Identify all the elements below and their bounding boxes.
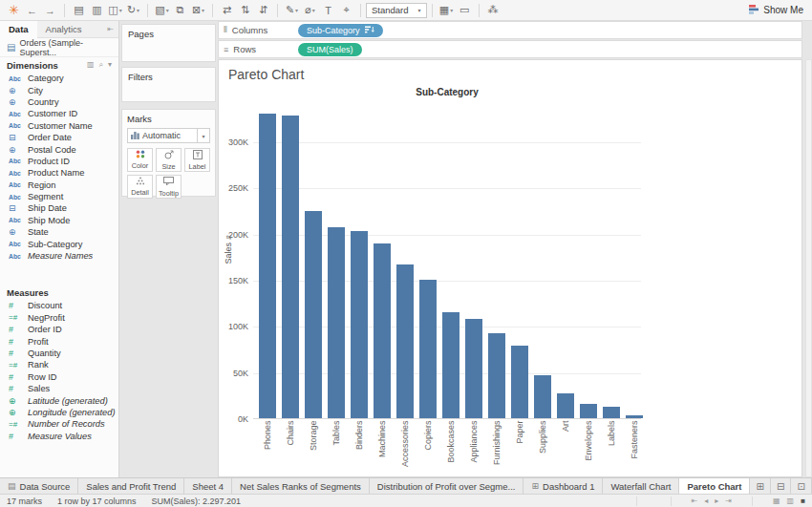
- sheet-tab-dashboard-1[interactable]: ⊞Dashboard 1: [524, 478, 603, 494]
- x-axis-label-accessories[interactable]: Accessories: [400, 421, 411, 478]
- bar-binders[interactable]: [351, 231, 368, 418]
- field-rank[interactable]: =#Rank: [0, 359, 118, 370]
- field-region[interactable]: AbcRegion: [0, 180, 118, 191]
- bar-copiers[interactable]: [419, 280, 437, 418]
- collapse-pane-icon[interactable]: ⇤: [102, 25, 118, 33]
- field-customer-name[interactable]: AbcCustomer Name: [0, 120, 118, 132]
- field-postal-code[interactable]: ⊕Postal Code: [0, 143, 118, 155]
- sheet-tab-pareto-chart[interactable]: Pareto Chart: [679, 478, 750, 494]
- bar-fasteners[interactable]: [626, 415, 643, 418]
- format-annotations-button[interactable]: ⌀▾: [302, 2, 318, 19]
- bar-supplies[interactable]: [534, 375, 551, 418]
- field-measure-values[interactable]: #Measure Values: [0, 431, 118, 442]
- bar-furnishings[interactable]: [488, 333, 505, 418]
- bar-machines[interactable]: [374, 243, 391, 418]
- field-ship-date[interactable]: ⊟Ship Date: [0, 202, 118, 214]
- next-sheet-icon[interactable]: ▸: [715, 496, 718, 505]
- pause-auto-updates-button[interactable]: ◫▾: [107, 2, 123, 19]
- x-axis-label-labels[interactable]: Labels: [607, 421, 617, 478]
- last-sheet-icon[interactable]: ⇥: [725, 496, 732, 505]
- save-button[interactable]: ▤: [71, 2, 87, 19]
- field-order-date[interactable]: ⊟Order Date: [0, 132, 118, 143]
- column-field-header[interactable]: Sub-Category: [253, 87, 641, 97]
- rows-shelf[interactable]: ≡ Rows SUM(Sales): [218, 40, 802, 58]
- tooltip-button[interactable]: Tooltip: [156, 175, 182, 199]
- x-axis-label-envelopes[interactable]: Envelopes: [584, 421, 594, 478]
- worksheet-title[interactable]: Pareto Chart: [228, 67, 304, 82]
- field-latitude-generated[interactable]: ⊕Latitude (generated): [0, 394, 118, 406]
- show-filmstrip-view-icon[interactable]: ▥: [787, 496, 795, 505]
- field-segment[interactable]: AbcSegment: [0, 191, 118, 202]
- bar-phones[interactable]: [259, 114, 276, 418]
- field-negprofit[interactable]: =#NegProfit: [0, 312, 118, 324]
- new-dashboard-tab-button[interactable]: ⊟: [771, 478, 792, 494]
- field-sales[interactable]: #Sales: [0, 383, 118, 394]
- field-sub-category[interactable]: AbcSub-Category: [0, 238, 118, 249]
- x-axis-label-appliances[interactable]: Appliances: [469, 421, 480, 478]
- show-mark-labels-button[interactable]: T: [320, 2, 336, 19]
- field-ship-mode[interactable]: AbcShip Mode: [0, 215, 118, 226]
- sheet-tab-waterfall-chart[interactable]: Waterfall Chart: [603, 478, 679, 494]
- x-axis-label-chairs[interactable]: Chairs: [286, 421, 296, 478]
- field-number-of-records[interactable]: =#Number of Records: [0, 418, 118, 430]
- pages-shelf[interactable]: Pages: [121, 24, 216, 62]
- pill-sum-sales[interactable]: SUM(Sales): [298, 43, 362, 56]
- field-customer-id[interactable]: AbcCustomer ID: [0, 108, 118, 119]
- datasource-item[interactable]: ▤ Orders (Sample-Superst...: [0, 38, 118, 57]
- sort-descending-icon[interactable]: [365, 26, 374, 35]
- size-button[interactable]: Size: [156, 148, 182, 172]
- show-sheet-sorter-view-icon[interactable]: ■: [801, 496, 805, 505]
- x-axis-label-furnishings[interactable]: Furnishings: [492, 421, 502, 478]
- x-axis-label-bookcases[interactable]: Bookcases: [446, 421, 457, 478]
- bar-appliances[interactable]: [465, 319, 482, 418]
- x-axis-label-supplies[interactable]: Supplies: [538, 421, 548, 478]
- new-data-source-button[interactable]: ▥: [89, 2, 105, 19]
- previous-sheet-icon[interactable]: ◂: [704, 496, 708, 505]
- show-me-button[interactable]: Show Me: [749, 5, 807, 16]
- highlight-button[interactable]: ✎▾: [284, 2, 300, 19]
- find-field-icon[interactable]: ⌕: [99, 60, 103, 70]
- fix-axes-button[interactable]: ⌖: [338, 2, 354, 19]
- bar-envelopes[interactable]: [580, 404, 597, 418]
- sheet-tab-net-sales-ranks-of-segments[interactable]: Net Sales Ranks of Segments: [232, 478, 370, 494]
- new-worksheet-button[interactable]: ▧▾: [154, 2, 170, 19]
- field-city[interactable]: ⊕City: [0, 84, 118, 95]
- label-button[interactable]: Label: [184, 148, 210, 172]
- field-quantity[interactable]: #Quantity: [0, 348, 118, 359]
- field-category[interactable]: AbcCategory: [0, 73, 118, 84]
- sheet-tab-sales-and-profit-trend[interactable]: Sales and Profit Trend: [78, 478, 184, 494]
- sheet-tab-sheet-4[interactable]: Sheet 4: [184, 478, 232, 494]
- field-country[interactable]: ⊕Country: [0, 96, 118, 108]
- view-data-icon[interactable]: ▥: [87, 60, 95, 70]
- share-workbook-button[interactable]: ⁂: [485, 2, 502, 19]
- bar-bookcases[interactable]: [442, 312, 459, 418]
- sort-ascending-button[interactable]: ⇅: [237, 2, 253, 19]
- new-story-tab-button[interactable]: ⊡: [791, 478, 812, 494]
- redo-button[interactable]: →: [42, 2, 58, 19]
- vertical-scrollbar[interactable]: [805, 59, 812, 477]
- tab-data[interactable]: Data: [0, 21, 37, 38]
- field-state[interactable]: ⊕State: [0, 226, 118, 238]
- columns-shelf[interactable]: ⫴ Columns Sub-Category: [218, 21, 802, 39]
- presentation-mode-button[interactable]: ▭: [457, 2, 473, 19]
- sort-descending-button[interactable]: ⇵: [255, 2, 271, 19]
- first-sheet-icon[interactable]: ⇤: [692, 496, 698, 505]
- field-row-id[interactable]: #Row ID: [0, 371, 118, 383]
- pill-sub-category[interactable]: Sub-Category: [298, 24, 383, 37]
- x-axis-label-fasteners[interactable]: Fasteners: [630, 421, 640, 478]
- clear-sheet-button[interactable]: ⊠▾: [190, 2, 206, 19]
- undo-button[interactable]: ←: [24, 2, 40, 19]
- x-axis-label-art[interactable]: Art: [561, 421, 571, 478]
- mark-type-dropdown[interactable]: Automatic ▾: [127, 128, 210, 143]
- color-button[interactable]: Color: [127, 148, 153, 172]
- chevron-down-icon[interactable]: ▾: [197, 129, 209, 142]
- filters-shelf[interactable]: Filters: [121, 67, 216, 102]
- field-longitude-generated[interactable]: ⊕Longitude (generated): [0, 407, 118, 418]
- x-axis-label-copiers[interactable]: Copiers: [423, 421, 434, 478]
- duplicate-sheet-button[interactable]: ⧉: [172, 2, 188, 19]
- field-product-name[interactable]: AbcProduct Name: [0, 167, 118, 179]
- tab-analytics[interactable]: Analytics: [37, 21, 91, 38]
- x-axis-label-paper[interactable]: Paper: [515, 421, 525, 478]
- field-profit[interactable]: #Profit: [0, 335, 118, 347]
- new-worksheet-tab-button[interactable]: ⊞: [750, 478, 771, 494]
